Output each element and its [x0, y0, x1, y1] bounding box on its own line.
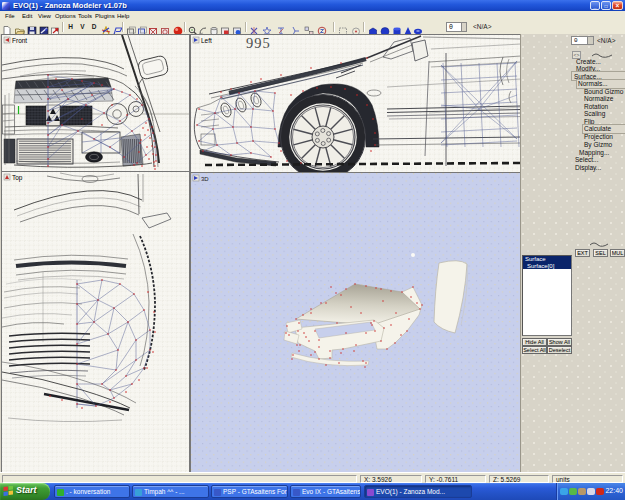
svg-text:Top: Top — [12, 174, 23, 182]
svg-text:Front: Front — [12, 37, 27, 44]
svg-text:3D: 3D — [201, 176, 209, 182]
svg-text:Left: Left — [201, 37, 212, 44]
svg-text:995: 995 — [246, 35, 271, 51]
